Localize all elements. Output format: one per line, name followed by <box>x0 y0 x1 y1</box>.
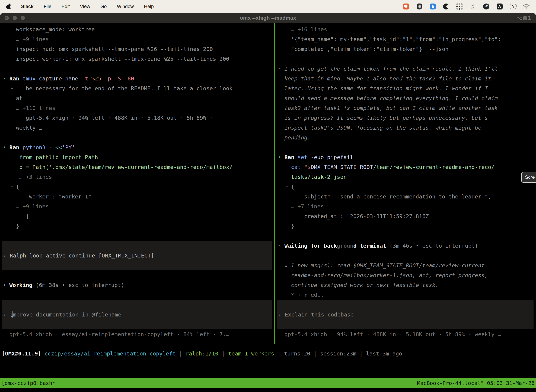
squiggle-icon[interactable]: § <box>469 3 476 10</box>
terminal-line: └ { <box>3 182 274 191</box>
terminal-line: … +16 lines <box>278 24 536 34</box>
menu-go[interactable]: Go <box>100 4 107 9</box>
minimize-button[interactable] <box>13 16 17 20</box>
input-source-badge[interactable]: A <box>496 3 503 10</box>
terminal-line: continue assigned work or next feasible … <box>278 280 536 290</box>
ralph-loop-banner[interactable]: › Ralph loop active continue [OMX_TMUX_I… <box>2 241 272 270</box>
terminal-line: │ from pathlib import Path <box>3 152 274 162</box>
terminal-line: │ … +3 lines <box>3 172 274 182</box>
menu-status-icons: § ..61 A ϟ <box>403 3 530 10</box>
grid-dots-icon[interactable] <box>456 3 463 10</box>
window-title: omx --xhigh --madmax <box>0 15 536 21</box>
terminal-line <box>3 270 274 280</box>
prompt-input-left[interactable]: › Improve documentation in @filename <box>2 300 272 329</box>
terminal-line: ⌥ + ↑ edit <box>278 290 536 300</box>
terminal-line: should send a message before completing … <box>278 93 536 103</box>
zoom-button[interactable] <box>21 16 25 20</box>
terminal-line: gpt-5.4 xhigh · 94% left · 488K in · 5.1… <box>278 329 536 339</box>
terminal-line <box>278 54 536 64</box>
terminal-pane-right[interactable]: … +16 lines '{"team_name":"my-team","tas… <box>275 23 536 344</box>
terminal-line: } <box>278 221 536 231</box>
terminal-line: "completed","claim_token":"claim-token"}… <box>278 44 536 54</box>
terminal-line: │ p = Path('.omx/state/team/review-curre… <box>3 162 274 172</box>
terminal-line <box>278 142 536 152</box>
terminal-line <box>278 251 536 261</box>
terminal-line: • I need to get the claim token from the… <box>278 64 536 74</box>
terminal-line: • Waiting for background terminal (3m 46… <box>278 241 536 251</box>
terminal-line: "subject": "send a concise recommendatio… <box>278 191 536 201</box>
omx-hud-status-line: [OMX#0.11.9] cczip/essay/ai-reimplementa… <box>2 349 536 359</box>
terminal-line: … +9 lines <box>3 34 274 44</box>
terminal-line: │ cat "$OMX_TEAM_STATE_ROOT/team/review-… <box>278 162 536 172</box>
apple-icon[interactable] <box>6 4 11 9</box>
menu-left: Slack File Edit View Go Window Help <box>6 4 154 9</box>
menu-view[interactable]: View <box>80 4 90 9</box>
terminal-line <box>3 231 274 241</box>
moon-icon[interactable] <box>443 3 450 10</box>
terminal-line <box>3 133 274 142</box>
tmux-host-clock: "MacBook-Pro-44.local" 05:03 31-Mar-26 <box>414 380 535 386</box>
tmux-session-name: [omx-cczip0:bash* <box>1 380 55 386</box>
menu-file[interactable]: File <box>44 4 52 9</box>
terminal-line <box>278 231 536 241</box>
terminal-line: … +7 lines <box>278 201 536 211</box>
terminal-line: ] <box>3 211 274 221</box>
terminal-pane-left[interactable]: workspace_mode: worktree … +9 lines insp… <box>0 23 274 344</box>
terminal-line: workspace_mode: worktree <box>3 24 274 34</box>
terminal-line: inspect_worker-1: omx sparkshell --tmux-… <box>3 54 274 64</box>
terminal-window: omx --xhigh --madmax ⌥⌘1 workspace_mode:… <box>0 13 536 392</box>
tmux-horizontal-divider <box>0 344 536 344</box>
omx-version: [OMX#0.11.9] <box>2 350 41 357</box>
terminal-line: is in progress? It seems likely but perh… <box>278 113 536 123</box>
terminal-line: │ tasks/task-2.json" <box>278 172 536 182</box>
window-titlebar[interactable]: omx --xhigh --madmax ⌥⌘1 <box>0 13 536 23</box>
screen-tooltip: Scre <box>521 172 536 183</box>
terminal-line <box>3 64 274 74</box>
shield-grid-icon[interactable] <box>416 3 423 10</box>
terminal-line: readme-and-reco/mailbox/worker-1.json, a… <box>278 270 536 280</box>
terminal-line: • Working (6m 38s • esc to interrupt) <box>3 280 274 290</box>
hud-turns: turns:20 <box>284 350 310 357</box>
blue-bolt-icon[interactable] <box>429 3 436 10</box>
hud-team: team:1 workers <box>228 350 274 357</box>
terminal-line: pending. <box>278 133 536 142</box>
text-cursor: I <box>10 311 13 318</box>
terminal-line: … +110 lines <box>3 103 274 113</box>
count-badge[interactable]: ..61 <box>483 3 490 10</box>
tmux-status-bar[interactable]: [omx-cczip0:bash* "MacBook-Pro-44.local"… <box>0 378 536 388</box>
close-button[interactable] <box>5 16 9 20</box>
menu-app-name[interactable]: Slack <box>21 4 34 9</box>
terminal-line: at <box>3 93 274 103</box>
terminal-line: "worker": "worker-1", <box>3 191 274 201</box>
menu-window[interactable]: Window <box>117 4 134 9</box>
window-shortcut-badge: ⌥⌘1 <box>517 13 531 23</box>
hud-session: session:23m <box>320 350 356 357</box>
macos-menu-bar: Slack File Edit View Go Window Help § ..… <box>0 0 536 13</box>
terminal-line: gpt-5.4 xhigh · essay/ai-reimplementatio… <box>3 329 274 339</box>
terminal-line: gpt-5.4 xhigh · 94% left · 488K in · 5.1… <box>3 113 274 123</box>
prompt-input-right[interactable]: › Explain this codebase <box>277 300 534 329</box>
chat-app-icon[interactable] <box>403 3 409 10</box>
menu-edit[interactable]: Edit <box>62 4 70 9</box>
terminal-line: • Ran tmux capture-pane -t %25 -p -S -80 <box>3 74 274 84</box>
terminal-line: task2 after task1 is complete, but can I… <box>278 103 536 113</box>
terminal-line: ↳ 1 new msg(s): read $OMX_TEAM_STATE_ROO… <box>278 261 536 270</box>
terminal-line: later. Using the same for transition mig… <box>278 84 536 93</box>
terminal-line: "created_at": "2026-03-31T11:59:27.816Z" <box>278 211 536 221</box>
terminal-line: keep that in mind. Maybe I also need the… <box>278 74 536 84</box>
terminal-line: } <box>3 221 274 231</box>
hud-repo: cczip/essay/ai-reimplementation-copyleft <box>44 350 176 357</box>
terminal-line: └ be necessary for the end of the README… <box>3 84 274 93</box>
terminal-line: weekly … <box>3 123 274 133</box>
terminal-line <box>3 290 274 300</box>
hud-ralph: ralph:1/10 <box>186 350 218 357</box>
terminal-line: • Ran set -euo pipefail <box>278 152 536 162</box>
terminal-line: inspect task2's JSON, focusing on the st… <box>278 123 536 133</box>
menu-help[interactable]: Help <box>144 4 154 9</box>
battery-charging-icon[interactable]: ϟ <box>510 3 516 10</box>
terminal-line: '{"team_name":"my-team","task_id":"1","f… <box>278 34 536 44</box>
wifi-icon[interactable] <box>523 3 530 10</box>
hud-last: last:3m ago <box>366 350 402 357</box>
terminal-line: └ { <box>278 182 536 191</box>
terminal-line: inspect_hud: omx sparkshell --tmux-pane … <box>3 44 274 54</box>
